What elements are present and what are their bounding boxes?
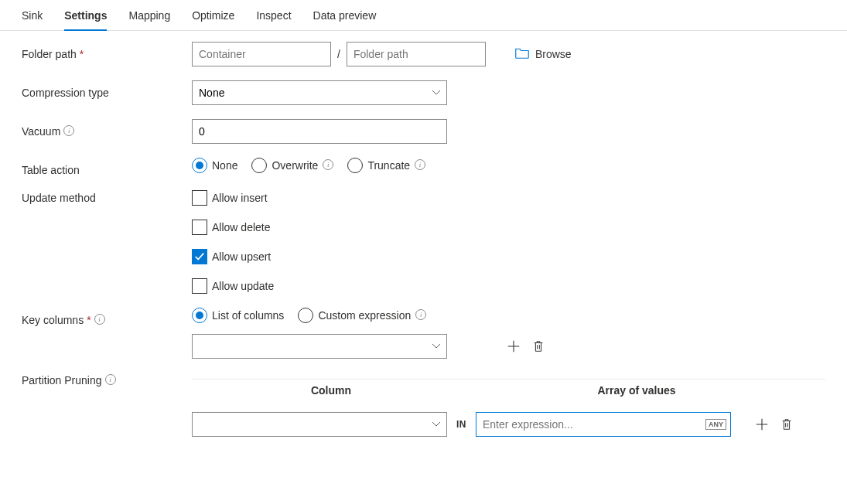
info-icon[interactable]: i (94, 314, 105, 325)
partition-column-select[interactable] (192, 412, 447, 437)
tab-inspect[interactable]: Inspect (256, 6, 291, 31)
info-icon[interactable]: i (105, 374, 116, 385)
any-type-badge: ANY (705, 419, 726, 430)
partition-column-header: Column (192, 384, 470, 397)
folder-path-input[interactable] (347, 42, 486, 66)
info-icon[interactable]: i (415, 309, 426, 320)
container-input[interactable] (192, 42, 331, 66)
tab-settings[interactable]: Settings (64, 6, 107, 31)
delete-key-column-button[interactable] (531, 339, 546, 354)
compression-type-label: Compression type (22, 80, 192, 99)
in-operator-label: IN (456, 419, 466, 430)
info-icon[interactable]: i (323, 159, 333, 170)
path-separator: / (337, 48, 340, 60)
table-action-truncate-radio[interactable]: Truncate i (347, 158, 425, 173)
folder-path-label: Folder path* (22, 42, 192, 60)
key-columns-list-radio[interactable]: List of columns (192, 308, 284, 323)
folder-icon (515, 47, 529, 61)
allow-delete-checkbox[interactable]: Allow delete (192, 220, 825, 235)
browse-label: Browse (535, 48, 572, 60)
compression-type-select[interactable] (192, 80, 447, 105)
tab-mapping[interactable]: Mapping (128, 6, 170, 31)
key-column-select[interactable] (192, 334, 447, 359)
tab-optimize[interactable]: Optimize (192, 6, 234, 31)
allow-update-checkbox[interactable]: Allow update (192, 278, 825, 294)
tab-data-preview[interactable]: Data preview (313, 6, 377, 31)
table-action-label: Table action (22, 158, 192, 176)
tab-sink[interactable]: Sink (22, 6, 43, 31)
vacuum-label: Vacuum i (22, 119, 192, 138)
add-key-column-button[interactable] (506, 339, 521, 354)
partition-array-header: Array of values (509, 384, 764, 397)
info-icon[interactable]: i (415, 159, 425, 170)
table-action-overwrite-radio[interactable]: Overwrite i (251, 158, 333, 173)
partition-expression-input-wrap: ANY (476, 412, 731, 437)
allow-insert-checkbox[interactable]: Allow insert (192, 190, 825, 206)
key-columns-label: Key columns* i (22, 308, 192, 326)
vacuum-input[interactable] (192, 119, 447, 144)
browse-button[interactable]: Browse (515, 47, 572, 61)
add-partition-button[interactable] (754, 417, 770, 432)
table-action-none-radio[interactable]: None (192, 158, 237, 173)
partition-pruning-label: Partition Pruning i (22, 373, 192, 387)
update-method-label: Update method (22, 190, 192, 204)
partition-expression-input[interactable] (476, 412, 731, 437)
allow-upsert-checkbox[interactable]: Allow upsert (192, 249, 825, 264)
delete-partition-button[interactable] (779, 417, 794, 432)
info-icon[interactable]: i (63, 125, 74, 136)
tab-bar: Sink Settings Mapping Optimize Inspect D… (0, 0, 847, 31)
key-columns-custom-radio[interactable]: Custom expression i (298, 308, 426, 323)
